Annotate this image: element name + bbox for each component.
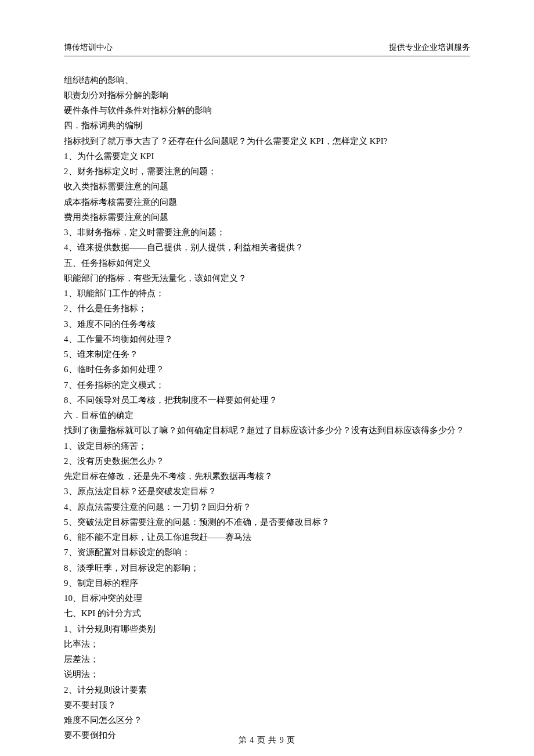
body-line: 2、没有历史数据怎么办？ xyxy=(64,453,470,469)
body-line: 4、工作量不均衡如何处理？ xyxy=(64,332,470,347)
body-line: 3、非财务指标，定义时需要注意的问题； xyxy=(64,225,470,240)
body-line: 组织结构的影响、 xyxy=(64,73,470,88)
body-line: 成本指标考核需要注意的问题 xyxy=(64,195,470,210)
page-header: 博传培训中心 提供专业企业培训服务 xyxy=(64,41,470,56)
body-line: 1、设定目标的痛苦； xyxy=(64,438,470,453)
body-line: 难度不同怎么区分？ xyxy=(64,712,470,728)
body-line: 费用类指标需要注意的问题 xyxy=(64,210,470,225)
body-line: 6、临时任务多如何处理？ xyxy=(64,362,470,377)
body-line: 五、任务指标如何定义 xyxy=(64,255,470,271)
body-line: 指标找到了就万事大吉了？还存在什么问题呢？为什么需要定义 KPI，怎样定义 KP… xyxy=(64,134,470,149)
body-line: 4、原点法需要注意的问题：一刀切？回归分析？ xyxy=(64,499,470,514)
document-page: 博传培训中心 提供专业企业培训服务 组织结构的影响、职责划分对指标分解的影响硬件… xyxy=(0,0,534,756)
body-line: 职能部门的指标，有些无法量化，该如何定义？ xyxy=(64,271,470,286)
body-line: 4、谁来提供数据——自己提供，别人提供，利益相关者提供？ xyxy=(64,240,470,255)
header-left: 博传培训中心 xyxy=(64,41,113,55)
body-line: 层差法； xyxy=(64,651,470,667)
body-line: 3、难度不同的任务考核 xyxy=(64,316,470,332)
header-right: 提供专业企业培训服务 xyxy=(389,41,470,55)
body-line: 8、不同领导对员工考核，把我制度不一样要如何处理？ xyxy=(64,393,470,408)
body-line: 5、谁来制定任务？ xyxy=(64,347,470,362)
body-line: 硬件条件与软件条件对指标分解的影响 xyxy=(64,103,470,118)
body-line: 7、任务指标的定义模式； xyxy=(64,377,470,393)
body-line: 先定目标在修改，还是先不考核，先积累数据再考核？ xyxy=(64,469,470,484)
body-line: 比率法； xyxy=(64,636,470,651)
page-footer: 第 4 页 共 9 页 xyxy=(0,733,534,748)
body-line: 四．指标词典的编制 xyxy=(64,118,470,133)
body-line: 3、原点法定目标？还是突破发定目标？ xyxy=(64,484,470,499)
body-line: 2、什么是任务指标； xyxy=(64,301,470,316)
body-line: 七、KPI 的计分方式 xyxy=(64,606,470,621)
body-line: 5、突破法定目标需要注意的问题：预测的不准确，是否要修改目标？ xyxy=(64,514,470,530)
body-line: 1、为什么需要定义 KPI xyxy=(64,149,470,164)
body-line: 说明法； xyxy=(64,667,470,682)
body-line: 6、能不能不定目标，让员工你追我赶——赛马法 xyxy=(64,530,470,545)
body-line: 2、财务指标定义时，需要注意的问题； xyxy=(64,164,470,179)
body-line: 7、资源配置对目标设定的影响； xyxy=(64,545,470,560)
body-line: 六．目标值的确定 xyxy=(64,408,470,423)
page-number: 第 4 页 共 9 页 xyxy=(239,736,296,744)
document-body: 组织结构的影响、职责划分对指标分解的影响硬件条件与软件条件对指标分解的影响四．指… xyxy=(64,73,470,743)
body-line: 收入类指标需要注意的问题 xyxy=(64,179,470,194)
body-line: 1、职能部门工作的特点； xyxy=(64,286,470,301)
body-line: 找到了衡量指标就可以了嘛？如何确定目标呢？超过了目标应该计多少分？没有达到目标应… xyxy=(64,423,470,438)
body-line: 10、目标冲突的处理 xyxy=(64,591,470,606)
body-line: 职责划分对指标分解的影响 xyxy=(64,88,470,103)
body-line: 要不要封顶？ xyxy=(64,697,470,712)
body-line: 8、淡季旺季，对目标设定的影响； xyxy=(64,560,470,575)
body-line: 1、计分规则有哪些类别 xyxy=(64,621,470,636)
body-line: 2、计分规则设计要素 xyxy=(64,682,470,697)
body-line: 9、制定目标的程序 xyxy=(64,575,470,591)
